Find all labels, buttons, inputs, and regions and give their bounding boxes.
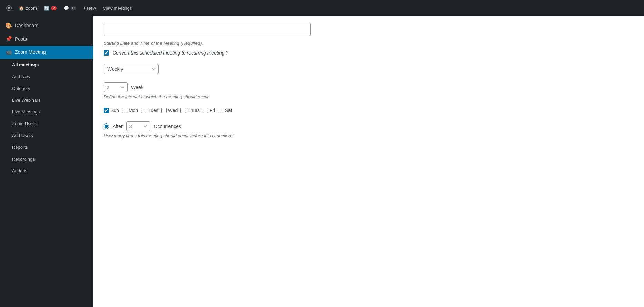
sidebar-item-addons[interactable]: Addons xyxy=(0,165,93,177)
start-date-input[interactable] xyxy=(104,23,311,36)
day-wed-group: Wed xyxy=(161,108,178,113)
day-sat-group: Sat xyxy=(218,108,232,113)
day-sun-label: Sun xyxy=(110,108,119,113)
sidebar-item-zoom-users[interactable]: Zoom Users xyxy=(0,118,93,130)
start-date-row: Starting Date and Time of the Meeting (R… xyxy=(104,23,634,46)
sidebar-submenu: All meetings Add New Category Live Webin… xyxy=(0,59,93,177)
sidebar-item-all-meetings[interactable]: All meetings xyxy=(0,59,93,71)
day-wed-checkbox[interactable] xyxy=(161,108,167,113)
day-sat-label: Sat xyxy=(225,108,232,113)
day-thurs-group: Thurs xyxy=(180,108,200,113)
updates-icon: 🔄 xyxy=(44,6,49,11)
updates-item[interactable]: 🔄 2 xyxy=(41,0,59,16)
posts-icon: 📌 xyxy=(5,35,12,43)
main-content: Starting Date and Time of the Meeting (R… xyxy=(93,16,644,307)
sidebar-item-posts[interactable]: 📌 Posts xyxy=(0,32,93,46)
sidebar: 🎨 Dashboard 📌 Posts 📹 Zoom Meeting All m… xyxy=(0,16,93,307)
sidebar-item-live-meetings[interactable]: Live Meetings xyxy=(0,106,93,118)
recurrence-type-select[interactable]: Daily Weekly Monthly xyxy=(104,64,159,74)
day-thurs-label: Thurs xyxy=(187,108,200,113)
day-mon-group: Mon xyxy=(122,108,138,113)
day-sun-group: Sun xyxy=(104,108,119,113)
site-name[interactable]: 🏠 zoom xyxy=(16,0,40,16)
zoom-icon: 📹 xyxy=(5,49,12,56)
new-item[interactable]: + New xyxy=(80,0,99,16)
recurring-label[interactable]: Convert this scheduled meeting to recurr… xyxy=(113,50,228,56)
day-sat-checkbox[interactable] xyxy=(218,108,223,113)
days-of-week-row: Sun Mon Tues Wed Thurs xyxy=(104,108,634,113)
day-tues-label: Tues xyxy=(148,108,158,113)
day-sun-checkbox[interactable] xyxy=(104,108,109,113)
day-tues-checkbox[interactable] xyxy=(141,108,146,113)
recurring-checkbox[interactable] xyxy=(104,50,109,56)
day-thurs-checkbox[interactable] xyxy=(180,108,186,113)
sidebar-item-live-webinars[interactable]: Live Webinars xyxy=(0,95,93,106)
after-label[interactable]: After xyxy=(113,123,123,129)
day-tues-group: Tues xyxy=(141,108,158,113)
sidebar-item-category[interactable]: Category xyxy=(0,83,93,95)
week-label: Week xyxy=(131,85,144,90)
recurring-row: Convert this scheduled meeting to recurr… xyxy=(104,50,634,56)
day-fri-checkbox[interactable] xyxy=(203,108,208,113)
day-fri-label: Fri xyxy=(209,108,215,113)
day-mon-label: Mon xyxy=(129,108,138,113)
recurrence-type-row: Daily Weekly Monthly xyxy=(104,64,634,74)
sidebar-item-add-new[interactable]: Add New xyxy=(0,71,93,82)
home-icon: 🏠 xyxy=(19,6,24,11)
view-meetings-link[interactable]: View meetings xyxy=(100,0,135,16)
sidebar-item-reports[interactable]: Reports xyxy=(0,141,93,153)
start-date-helper: Starting Date and Time of the Meeting (R… xyxy=(104,41,634,46)
week-interval-select[interactable]: 1 2 3 4 xyxy=(104,82,128,92)
occurrences-row: After 1 2 3 4 5 6 7 8 9 10 Occurrences H… xyxy=(104,121,634,138)
comments-item[interactable]: 💬 0 xyxy=(61,0,79,16)
occurrences-helper: How many times this meeting should occur… xyxy=(104,133,634,138)
day-fri-group: Fri xyxy=(203,108,215,113)
week-interval-helper: Define the interval at which the meeting… xyxy=(104,94,634,99)
occurrences-select[interactable]: 1 2 3 4 5 6 7 8 9 10 xyxy=(126,121,150,131)
svg-point-1 xyxy=(8,7,10,9)
sidebar-item-dashboard[interactable]: 🎨 Dashboard xyxy=(0,19,93,32)
sidebar-item-add-users[interactable]: Add Users xyxy=(0,130,93,141)
dashboard-icon: 🎨 xyxy=(5,22,12,30)
after-radio[interactable] xyxy=(104,123,109,129)
day-wed-label: Wed xyxy=(168,108,178,113)
sidebar-item-zoom-meeting[interactable]: 📹 Zoom Meeting xyxy=(0,46,93,59)
sidebar-item-recordings[interactable]: Recordings xyxy=(0,154,93,165)
occurrences-label: Occurrences xyxy=(154,123,181,129)
week-interval-row: 1 2 3 4 Week Define the interval at whic… xyxy=(104,82,634,99)
day-mon-checkbox[interactable] xyxy=(122,108,127,113)
admin-bar: 🏠 zoom 🔄 2 💬 0 + New View meetings xyxy=(0,0,644,16)
wp-logo[interactable] xyxy=(3,2,14,13)
comments-icon: 💬 xyxy=(64,6,69,11)
